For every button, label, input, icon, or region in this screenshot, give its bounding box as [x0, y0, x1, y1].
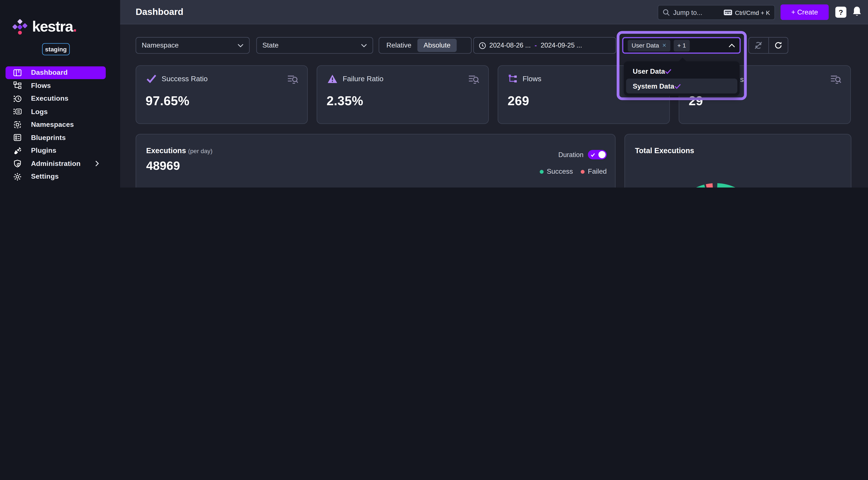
- duration-toggle-label: Duration: [558, 151, 583, 159]
- sidebar-item-settings[interactable]: Settings: [6, 170, 106, 183]
- sidebar-item-label: Dashboard: [31, 69, 68, 76]
- page-title: Dashboard: [135, 7, 183, 17]
- executions-icon: [13, 94, 22, 103]
- list-search-icon[interactable]: [468, 74, 479, 84]
- search-input[interactable]: Jump to... Ctrl/Cmd + K: [658, 5, 775, 20]
- legend-dot: [581, 169, 585, 173]
- sidebar-item-dashboard[interactable]: Dashboard: [6, 66, 106, 79]
- data-type-multiselect[interactable]: User Data × + 1: [622, 37, 741, 54]
- flows-icon: [13, 82, 22, 90]
- executions-chart-legend: SuccessFailed: [490, 168, 607, 175]
- kpi-header: Failure Ratio: [327, 74, 383, 84]
- duration-toggle[interactable]: [588, 150, 607, 159]
- sidebar-item-label: Plugins: [31, 147, 56, 155]
- kpi-value: 29: [689, 94, 703, 108]
- sidebar-item-label: Blueprints: [31, 134, 66, 141]
- keyboard-icon: [723, 9, 732, 15]
- selected-chip[interactable]: User Data ×: [628, 39, 670, 51]
- date-start-value: 2024-08-26 ...: [489, 41, 531, 49]
- namespace-filter-label: Namespace: [142, 41, 179, 49]
- kpi-header: Flows: [508, 74, 541, 84]
- sidebar-item-label: Administration: [31, 160, 81, 168]
- kpi-label: Failure Ratio: [343, 75, 383, 83]
- total-executions-card: Total Executions 48969 47820Success1149F…: [624, 134, 851, 188]
- legend-item-success: Success: [539, 168, 573, 175]
- sidebar-item-label: Settings: [31, 173, 59, 181]
- time-mode-segmented-control: Relative Absolute: [379, 37, 472, 54]
- alert-triangle-icon: [327, 74, 338, 84]
- menu-item-label: System Data: [632, 82, 674, 90]
- kpi-value: 2.35%: [327, 94, 363, 108]
- refresh-button-group: [748, 37, 788, 54]
- flow-tree-icon: [508, 74, 518, 84]
- state-filter-select[interactable]: State: [256, 37, 373, 54]
- legend-label: Failed: [588, 168, 607, 175]
- kestra-logo: kestra.: [12, 19, 112, 37]
- environment-badge: staging: [42, 43, 70, 55]
- search-shortcut: Ctrl/Cmd + K: [735, 9, 770, 16]
- check-icon: [674, 83, 681, 89]
- create-button[interactable]: + Create: [780, 4, 829, 20]
- chevron-down-icon: [361, 43, 367, 47]
- kpi-card-failure-ratio: Failure Ratio2.35%: [317, 65, 489, 124]
- sidebar-item-executions[interactable]: Executions: [6, 92, 106, 105]
- clock-icon: [479, 42, 486, 49]
- check-icon: [146, 74, 157, 83]
- kpi-value: 269: [508, 94, 529, 108]
- list-search-icon[interactable]: [830, 74, 841, 84]
- date-range-input[interactable]: 2024-08-26 ... - 2024-09-25 ...: [473, 37, 616, 54]
- notifications-bell-icon[interactable]: [852, 6, 863, 18]
- sidebar-item-namespaces[interactable]: Namespaces: [6, 118, 106, 131]
- kpi-value: 97.65%: [146, 94, 190, 108]
- executions-chart-title: Executions (per day): [146, 147, 213, 155]
- total-executions-donut-chart: 48969: [625, 134, 852, 188]
- topbar: Dashboard Jump to... Ctrl/Cmd + K + Crea…: [120, 0, 868, 24]
- kpi-card-success-ratio: Success Ratio97.65%: [135, 65, 308, 124]
- date-end-value: 2024-09-25 ...: [541, 41, 582, 49]
- list-search-icon[interactable]: [287, 74, 298, 84]
- refresh-icon[interactable]: [768, 38, 788, 53]
- sidebar-item-label: Executions: [31, 95, 68, 103]
- sidebar-item-plugins[interactable]: Plugins: [6, 144, 106, 157]
- search-placeholder: Jump to...: [673, 9, 702, 17]
- namespace-filter-select[interactable]: Namespace: [135, 37, 250, 54]
- overflow-chip: + 1: [674, 39, 690, 51]
- sidebar-item-blueprints[interactable]: Blueprints: [6, 131, 106, 144]
- chevron-up-icon: [728, 43, 735, 47]
- chevron-right-icon: [95, 160, 99, 166]
- menu-item-user-data[interactable]: User Data: [626, 64, 738, 78]
- namespaces-icon: [13, 121, 22, 129]
- executions-chart-card: Executions (per day) 48969 Duration Succ…: [135, 134, 616, 188]
- data-type-dropdown-menu: User DataSystem Data: [624, 61, 739, 96]
- check-icon: [591, 153, 595, 157]
- logs-icon: [13, 107, 22, 116]
- sidebar-item-label: Flows: [31, 82, 51, 90]
- help-button[interactable]: ?: [835, 7, 846, 18]
- date-separator: -: [534, 41, 537, 49]
- kpi-label: Flows: [523, 75, 541, 83]
- sidebar-item-flows[interactable]: Flows: [6, 79, 106, 92]
- settings-icon: [13, 172, 22, 181]
- sidebar-item-label: Logs: [31, 108, 48, 116]
- menu-caret: [678, 58, 687, 62]
- sidebar-item-logs[interactable]: Logs: [6, 105, 106, 118]
- app-window: kestra. staging DashboardFlowsExecutions…: [0, 0, 868, 188]
- blueprints-icon: [13, 133, 22, 142]
- kpi-header: Success Ratio: [146, 74, 208, 83]
- legend-label: Success: [547, 168, 573, 175]
- absolute-tab[interactable]: Absolute: [417, 39, 457, 52]
- remove-chip-icon[interactable]: ×: [662, 41, 666, 49]
- chevron-down-icon: [238, 43, 244, 47]
- sidebar: kestra. staging DashboardFlowsExecutions…: [0, 0, 120, 188]
- auto-refresh-off-icon[interactable]: [749, 38, 768, 53]
- state-filter-label: State: [262, 41, 279, 49]
- legend-dot: [539, 169, 544, 173]
- sidebar-item-administration[interactable]: Administration: [6, 157, 106, 170]
- menu-item-system-data[interactable]: System Data: [626, 78, 738, 94]
- administration-icon: [13, 159, 22, 168]
- plugins-icon: [13, 147, 22, 155]
- search-icon: [663, 9, 670, 16]
- executions-total-value: 48969: [146, 159, 180, 173]
- menu-item-label: User Data: [632, 67, 665, 75]
- relative-tab[interactable]: Relative: [380, 39, 417, 52]
